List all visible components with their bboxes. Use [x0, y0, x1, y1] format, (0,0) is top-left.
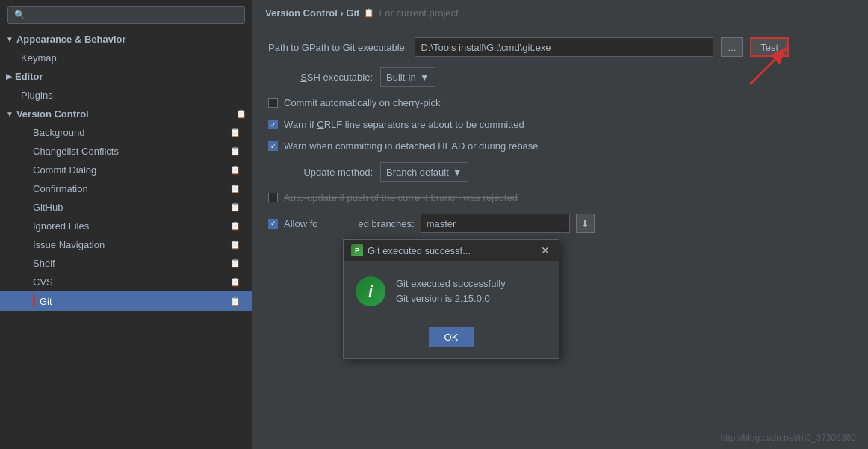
sidebar-item-github[interactable]: GitHub 📋 — [0, 198, 252, 217]
copy-icon-vc: 📋 — [236, 109, 247, 119]
sidebar-item-ignored-files[interactable]: Ignored Files 📋 — [0, 217, 252, 235]
copy-icon-cd: 📋 — [230, 165, 241, 175]
search-icon: 🔍 — [14, 10, 25, 20]
expand-arrow-icon-vc: ▼ — [6, 110, 13, 118]
expand-arrow-icon: ▼ — [6, 35, 13, 43]
copy-icon-sh: 📋 — [230, 258, 241, 268]
success-dialog: P Git executed successf... ✕ i Git execu… — [343, 239, 559, 359]
ok-button[interactable]: OK — [429, 327, 474, 347]
dialog-body: i Git executed successfully Git version … — [344, 261, 559, 321]
sidebar-item-version-control[interactable]: ▼ Version Control 📋 — [0, 105, 252, 123]
sidebar-item-appearance[interactable]: ▼ Appearance & Behavior — [0, 30, 252, 49]
dialog-message-line2: Git version is 2.15.0.0 — [396, 291, 506, 306]
sidebar-item-git[interactable]: Git 📋 — [0, 291, 252, 311]
copy-icon-gh: 📋 — [230, 202, 241, 212]
dialog-message: Git executed successfully Git version is… — [396, 276, 506, 306]
sidebar-item-background[interactable]: Background 📋 — [0, 123, 252, 142]
copy-icon-git: 📋 — [230, 297, 241, 306]
sidebar-item-editor[interactable]: ▶ Editor — [0, 67, 252, 86]
content-panel: Version Control › Git 📋 For current proj… — [253, 0, 868, 449]
copy-icon-if: 📋 — [230, 221, 241, 231]
copy-icon-conf: 📋 — [230, 184, 241, 193]
sidebar-item-commit-dialog[interactable]: Commit Dialog 📋 — [0, 161, 252, 179]
copy-icon-cvs: 📋 — [230, 277, 241, 287]
sidebar-item-keymap[interactable]: Keymap — [0, 49, 252, 67]
copy-icon-cc: 📋 — [230, 146, 241, 156]
sidebar-item-changelist-conflicts[interactable]: Changelist Conflicts 📋 — [0, 142, 252, 161]
copy-icon-bg: 📋 — [230, 128, 241, 137]
dialog-title: Git executed successf... — [368, 245, 471, 256]
sidebar-item-confirmation[interactable]: Confirmation 📋 — [0, 179, 252, 198]
dialog-app-icon: P — [351, 244, 363, 256]
dialog-title-left: P Git executed successf... — [351, 244, 471, 256]
sidebar: 🔍 ▼ Appearance & Behavior Keymap ▶ Edito… — [0, 0, 253, 449]
dialog-titlebar: P Git executed successf... ✕ — [344, 240, 559, 261]
git-active-indicator — [33, 295, 35, 307]
info-icon: i — [356, 276, 385, 306]
sidebar-item-cvs[interactable]: CVS 📋 — [0, 273, 252, 291]
expand-arrow-icon-editor: ▶ — [6, 72, 12, 81]
sidebar-item-plugins[interactable]: Plugins — [0, 86, 252, 105]
dialog-overlay: P Git executed successf... ✕ i Git execu… — [253, 0, 868, 449]
copy-icon-in: 📋 — [230, 240, 241, 250]
watermark: http://blog.csdn.net/m0_37306360 — [721, 433, 856, 443]
dialog-close-button[interactable]: ✕ — [539, 244, 551, 256]
search-bar[interactable]: 🔍 — [7, 6, 245, 24]
sidebar-item-issue-navigation[interactable]: Issue Navigation 📋 — [0, 235, 252, 254]
dialog-message-line1: Git executed successfully — [396, 276, 506, 291]
sidebar-item-shelf[interactable]: Shelf 📋 — [0, 254, 252, 273]
dialog-footer: OK — [344, 321, 559, 358]
